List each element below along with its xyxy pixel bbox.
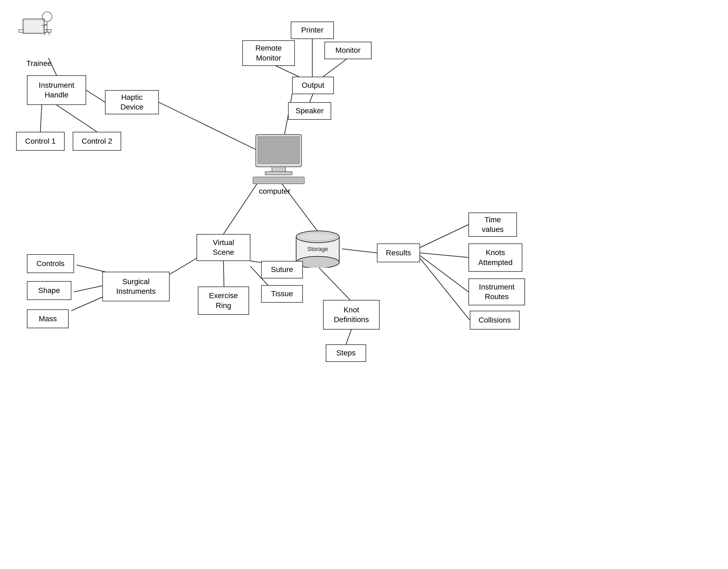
remote-monitor-node: RemoteMonitor <box>242 40 295 66</box>
svg-line-18 <box>346 329 351 344</box>
printer-node: Printer <box>291 22 334 39</box>
instrument-handle-node: InstrumentHandle <box>27 75 86 105</box>
svg-rect-36 <box>258 137 299 164</box>
svg-rect-40 <box>254 178 303 183</box>
control1-node: Control 1 <box>16 132 65 151</box>
virtual-scene-node: VirtualScene <box>197 234 250 261</box>
speaker-node: Speaker <box>288 102 331 120</box>
computer-label: computer <box>248 187 302 196</box>
svg-line-7 <box>323 59 347 77</box>
monitor-node: Monitor <box>324 42 372 59</box>
svg-line-24 <box>74 285 105 292</box>
svg-line-6 <box>276 66 299 77</box>
svg-line-13 <box>318 266 351 301</box>
surgical-instruments-node: SurgicalInstruments <box>102 272 170 301</box>
svg-line-17 <box>420 258 470 320</box>
svg-line-11 <box>223 178 261 234</box>
suture-node: Suture <box>261 261 303 279</box>
svg-line-14 <box>420 225 468 248</box>
computer-image <box>240 132 315 186</box>
svg-line-16 <box>420 256 468 292</box>
trainee-label: Trainee <box>17 59 61 68</box>
collisions-node: Collisions <box>470 311 520 329</box>
svg-point-29 <box>42 12 52 22</box>
svg-rect-28 <box>24 20 44 33</box>
controls-node: Controls <box>27 254 74 273</box>
output-node: Output <box>292 77 334 94</box>
shape-node: Shape <box>27 281 71 300</box>
svg-line-3 <box>57 105 97 132</box>
tissue-node: Tissue <box>261 285 303 303</box>
svg-line-1 <box>86 90 105 102</box>
mass-node: Mass <box>27 309 69 328</box>
svg-rect-38 <box>265 172 292 175</box>
svg-line-21 <box>223 261 224 288</box>
knots-attempted-node: KnotsAttempted <box>468 244 522 272</box>
results-node: Results <box>377 244 420 262</box>
svg-line-15 <box>420 253 468 258</box>
control2-node: Control 2 <box>73 132 121 151</box>
knot-definitions-node: KnotDefinitions <box>323 300 380 329</box>
svg-line-12 <box>342 249 377 253</box>
exercise-ring-node: ExerciseRing <box>198 286 249 315</box>
svg-text:Storage: Storage <box>307 246 328 252</box>
svg-line-2 <box>40 105 42 132</box>
instrument-routes-node: InstrumentRoutes <box>468 279 525 305</box>
time-values-node: Timevalues <box>468 213 517 237</box>
steps-node: Steps <box>326 344 366 362</box>
svg-line-22 <box>170 258 197 275</box>
haptic-device-node: HapticDevice <box>105 90 159 114</box>
trainee-figure <box>16 8 59 51</box>
svg-line-25 <box>71 296 105 311</box>
svg-line-8 <box>310 94 313 102</box>
